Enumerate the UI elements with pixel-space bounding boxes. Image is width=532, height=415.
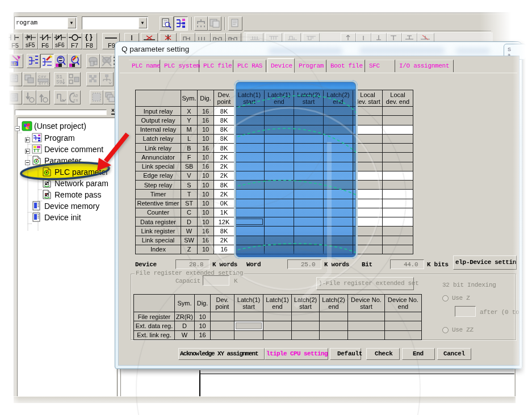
svg-text:S9: S9 (56, 79, 62, 85)
svg-text:rn: rn (73, 98, 78, 103)
svg-text:AD: AD (73, 94, 78, 98)
svg-text:error: error (39, 81, 49, 86)
svg-text:c±v: c±v (38, 74, 47, 79)
